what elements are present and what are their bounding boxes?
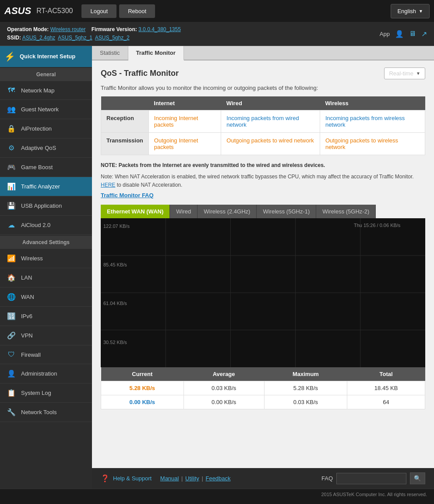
reception-internet[interactable]: Incoming Internet packets	[148, 110, 221, 133]
language-selector[interactable]: English ▼	[391, 4, 430, 18]
sidebar-item-wireless[interactable]: 📶 Wireless	[0, 249, 92, 268]
wireless-icon: 📶	[6, 254, 17, 263]
sidebar-item-label-adaptive-qos: Adaptive QoS	[21, 145, 56, 151]
sidebar-item-network-tools[interactable]: 🔧 Network Tools	[0, 403, 92, 422]
reception-label: Reception	[101, 110, 149, 133]
svg-text:61.04 KB/s: 61.04 KB/s	[103, 301, 127, 306]
chart-tab-wireless-5-1[interactable]: Wireless (5GHz-1)	[257, 205, 316, 218]
sidebar-item-lan[interactable]: 🏠 LAN	[0, 268, 92, 287]
game-boost-icon: 🎮	[6, 163, 17, 171]
sidebar-item-network-map[interactable]: 🗺 Network Map	[0, 81, 92, 100]
firmware-label: Firmware Version:	[92, 26, 137, 32]
tab-traffic-monitor[interactable]: Traffic Monitor	[128, 46, 184, 60]
sidebar-item-vpn[interactable]: 🔗 VPN	[0, 326, 92, 345]
stats-total-2: 64	[347, 395, 425, 409]
faq-label: FAQ	[321, 475, 333, 482]
sidebar-item-administration[interactable]: 👤 Administration	[0, 364, 92, 383]
help-support-label[interactable]: Help & Support	[113, 475, 152, 482]
wan-icon: 🌐	[6, 293, 17, 301]
ipv6-icon: 🔢	[6, 312, 17, 320]
faq-search-input[interactable]	[336, 473, 406, 484]
sidebar-item-wan[interactable]: 🌐 WAN	[0, 287, 92, 307]
stats-current-2: 0.00 KB/s	[101, 395, 184, 409]
sidebar-item-game-boost[interactable]: 🎮 Game Boost	[0, 158, 92, 177]
chart-tab-wireless-24[interactable]: Wireless (2.4GHz)	[198, 205, 257, 218]
manual-link[interactable]: Manual	[160, 475, 179, 482]
sidebar-item-usb-application[interactable]: 💾 USB Application	[0, 196, 92, 216]
sidebar-item-guest-network[interactable]: 👥 Guest Network	[0, 100, 92, 119]
stats-current-1: 5.28 KB/s	[101, 381, 184, 395]
sidebar-item-label-usb-application: USB Application	[21, 202, 62, 209]
tab-statistic[interactable]: Statistic	[92, 46, 128, 60]
operation-mode-value[interactable]: Wireless router	[50, 26, 86, 32]
chart-tab-wired[interactable]: Wired	[170, 205, 198, 218]
adaptive-qos-icon: ⚙	[6, 144, 17, 152]
chevron-down-icon: ▼	[419, 9, 423, 14]
firmware-value[interactable]: 3.0.0.4_380_1355	[138, 26, 181, 32]
guest-network-icon: 👥	[6, 105, 17, 114]
main-layout: ⚡ Quick Internet Setup General 🗺 Network…	[0, 46, 434, 489]
stats-header-total: Total	[347, 367, 425, 381]
sidebar-item-ipv6[interactable]: 🔢 IPv6	[0, 307, 92, 326]
footer-links: Manual | Utility | Feedback	[160, 475, 231, 482]
table-header-wireless: Wireless	[320, 96, 425, 110]
transmission-wireless[interactable]: Outgoing packets to wireless network	[320, 133, 425, 155]
table-row-transmission: Transmission Outgoing Internet packets O…	[101, 133, 425, 155]
advanced-settings-section-label: Advanced Settings	[0, 236, 92, 249]
model-text: RT-AC5300	[36, 7, 73, 15]
reboot-button[interactable]: Reboot	[119, 4, 155, 18]
asus-logo-text: ASUS	[4, 5, 31, 17]
sidebar-item-label-aiprotection: AiProtection	[21, 125, 52, 132]
network-icon[interactable]: 🖥	[409, 30, 416, 38]
stats-average-2: 0.00 KB/s	[183, 395, 264, 409]
transmission-label: Transmission	[101, 133, 149, 155]
sidebar-item-adaptive-qos[interactable]: ⚙ Adaptive QoS	[0, 138, 92, 158]
reception-wired[interactable]: Incoming packets from wired network	[221, 110, 320, 133]
feedback-link[interactable]: Feedback	[205, 475, 230, 482]
stats-header-average: Average	[183, 367, 264, 381]
sidebar-item-aicloud[interactable]: ☁ AiCloud 2.0	[0, 216, 92, 235]
logout-button[interactable]: Logout	[81, 4, 116, 18]
quick-internet-setup[interactable]: ⚡ Quick Internet Setup	[0, 46, 92, 67]
sidebar-item-aiprotection[interactable]: 🔒 AiProtection	[0, 119, 92, 138]
share-icon[interactable]: ↗	[421, 30, 427, 38]
operation-mode-label: Operation Mode:	[7, 26, 49, 32]
sidebar-item-label-wireless: Wireless	[21, 255, 43, 262]
sidebar-item-system-log[interactable]: 📋 System Log	[0, 383, 92, 403]
copyright: 2015 ASUSTeK Computer Inc. All rights re…	[0, 489, 434, 500]
chart-tab-wireless-5-2[interactable]: Wireless (5GHz-2)	[316, 205, 376, 218]
sidebar-item-label-guest-network: Guest Network	[21, 106, 59, 113]
sidebar-item-label-administration: Administration	[21, 370, 57, 377]
transmission-internet[interactable]: Outgoing Internet packets	[148, 133, 221, 155]
table-header-wired: Wired	[221, 96, 320, 110]
utility-link[interactable]: Utility	[185, 475, 199, 482]
status-icons: App 👤 🖥 ↗	[380, 30, 427, 38]
vpn-icon: 🔗	[6, 331, 17, 340]
sidebar-item-traffic-analyzer[interactable]: 📊 Traffic Analyzer	[0, 177, 92, 196]
traffic-table: Internet Wired Wireless Reception Incomi…	[101, 96, 425, 155]
language-label: English	[397, 8, 416, 14]
page-title: QoS - Traffic Monitor	[101, 69, 179, 78]
aiprotection-icon: 🔒	[6, 124, 17, 133]
reception-wireless[interactable]: Incoming packets from wireless network	[320, 110, 425, 133]
faq-search-button[interactable]: 🔍	[410, 472, 425, 484]
chevron-down-icon: ▼	[416, 71, 420, 76]
user-icon[interactable]: 👤	[395, 30, 404, 38]
traffic-monitor-faq-link[interactable]: Traffic Monitor FAQ	[101, 192, 154, 199]
ssid1[interactable]: ASUS_2.4ghz	[22, 35, 55, 41]
stats-header-maximum: Maximum	[264, 367, 347, 381]
view-mode-dropdown[interactable]: Real-time ▼	[384, 67, 425, 79]
table-row-reception: Reception Incoming Internet packets Inco…	[101, 110, 425, 133]
sidebar-item-firewall[interactable]: 🛡 Firewall	[0, 345, 92, 364]
chart-tab-wan[interactable]: Ethernet WAN (WAN)	[101, 205, 170, 218]
here-link[interactable]: HERE	[101, 182, 115, 188]
transmission-wired[interactable]: Outgoing packets to wired network	[221, 133, 320, 155]
sidebar-item-label-network-tools: Network Tools	[21, 409, 56, 415]
ssid3[interactable]: ASUS_5ghz_2	[95, 35, 130, 41]
svg-text:122.07 KB/s: 122.07 KB/s	[103, 224, 130, 229]
description-text: Traffic Monitor allows you to monitor th…	[101, 85, 425, 91]
note2: Note: When NAT Acceleration is enabled, …	[101, 173, 425, 189]
stats-row-2: 0.00 KB/s 0.00 KB/s 0.03 KB/s 64	[101, 395, 425, 409]
traffic-chart: 122.07 KB/s 85.45 KB/s 61.04 KB/s 30.52 …	[101, 218, 425, 367]
ssid2[interactable]: ASUS_5ghz_1	[58, 35, 92, 41]
